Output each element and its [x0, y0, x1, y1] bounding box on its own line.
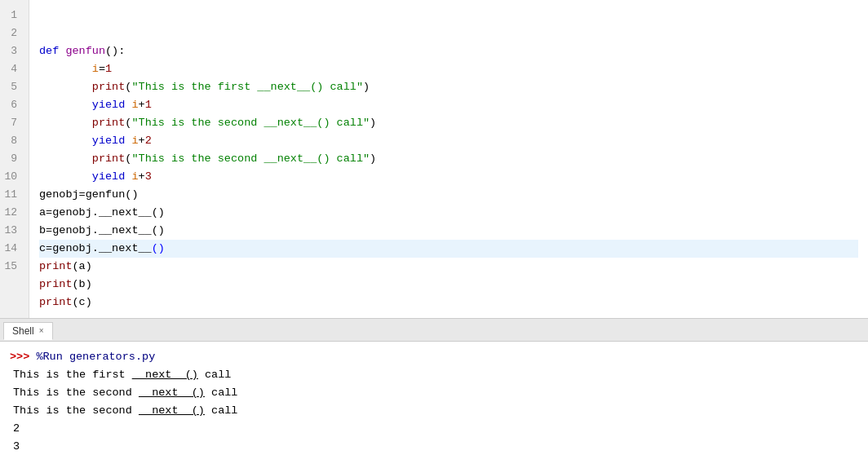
line-number: 5 [3, 78, 22, 96]
code-line: print(a) [39, 258, 858, 276]
shell-output-line: This is the first __next__() call [10, 366, 858, 384]
line-number: 9 [3, 150, 22, 168]
line-number: 10 [3, 168, 22, 186]
line-number: 8 [3, 132, 22, 150]
shell-output-line: This is the second __next__() call [10, 384, 858, 402]
line-number: 15 [3, 258, 22, 276]
code-line: yield i+3 [39, 168, 858, 186]
shell-tab[interactable]: Shell × [3, 322, 53, 340]
shell-command-line: >>> %Run generators.py [10, 348, 858, 366]
shell-tab-label: Shell [12, 325, 34, 337]
shell-output-line: 3 [10, 438, 858, 455]
code-line: yield i+2 [39, 132, 858, 150]
code-line: c=genobj.__next__() [39, 240, 858, 258]
line-number: 6 [3, 96, 22, 114]
code-line: yield i+1 [39, 96, 858, 114]
code-line: a=genobj.__next__() [39, 204, 858, 222]
shell-tab-close[interactable]: × [39, 326, 44, 335]
line-number: 1 [3, 7, 22, 24]
code-line: i=1 [39, 60, 858, 78]
line-number: 4 [3, 60, 22, 78]
line-numbers: 123456789101112131415 [0, 0, 29, 318]
line-number: 13 [3, 222, 22, 240]
shell-output[interactable]: >>> %Run generators.pyThis is the first … [0, 342, 868, 455]
code-line: def genfun(): [39, 42, 858, 60]
code-line: print("This is the second __next__() cal… [39, 114, 858, 132]
code-line: print(c) [39, 294, 858, 311]
code-line: print("This is the second __next__() cal… [39, 150, 858, 168]
line-number: 7 [3, 114, 22, 132]
code-editor: 123456789101112131415 def genfun(): i=1 … [0, 0, 868, 319]
shell-tab-bar: Shell × [0, 319, 868, 342]
code-line: b=genobj.__next__() [39, 222, 858, 240]
line-number: 14 [3, 240, 22, 258]
code-line: print(b) [39, 276, 858, 294]
line-number: 2 [3, 24, 22, 42]
line-number: 12 [3, 204, 22, 222]
shell-prompt: >>> [10, 351, 36, 363]
shell-output-line: 2 [10, 420, 858, 438]
code-line: print("This is the first __next__() call… [39, 78, 858, 96]
code-line: genobj=genfun() [39, 186, 858, 204]
line-number: 11 [3, 186, 22, 204]
code-content[interactable]: def genfun(): i=1 print("This is the fir… [29, 0, 868, 318]
shell-command-text: %Run generators.py [36, 351, 155, 363]
shell-output-line: This is the second __next__() call [10, 402, 858, 420]
line-number: 3 [3, 42, 22, 60]
